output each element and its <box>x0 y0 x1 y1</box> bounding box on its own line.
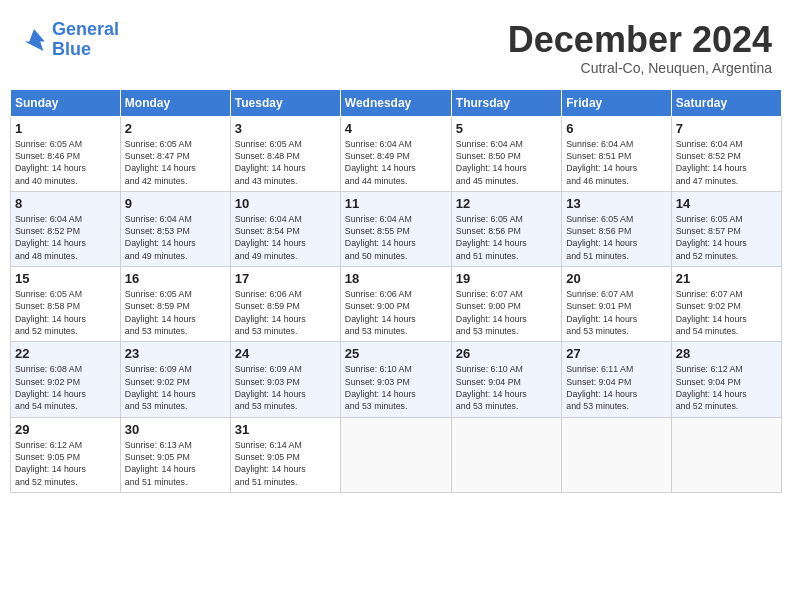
day-info: Sunrise: 6:14 AM Sunset: 9:05 PM Dayligh… <box>235 439 336 488</box>
day-number: 30 <box>125 422 226 437</box>
calendar-cell: 11Sunrise: 6:04 AM Sunset: 8:55 PM Dayli… <box>340 191 451 266</box>
day-info: Sunrise: 6:12 AM Sunset: 9:04 PM Dayligh… <box>676 363 777 412</box>
day-info: Sunrise: 6:04 AM Sunset: 8:51 PM Dayligh… <box>566 138 666 187</box>
day-number: 6 <box>566 121 666 136</box>
calendar-cell: 25Sunrise: 6:10 AM Sunset: 9:03 PM Dayli… <box>340 342 451 417</box>
day-number: 8 <box>15 196 116 211</box>
day-number: 20 <box>566 271 666 286</box>
calendar-cell: 21Sunrise: 6:07 AM Sunset: 9:02 PM Dayli… <box>671 267 781 342</box>
calendar-cell: 2Sunrise: 6:05 AM Sunset: 8:47 PM Daylig… <box>120 116 230 191</box>
day-number: 31 <box>235 422 336 437</box>
page-header: General Blue December 2024 Cutral-Co, Ne… <box>10 10 782 81</box>
calendar-cell: 4Sunrise: 6:04 AM Sunset: 8:49 PM Daylig… <box>340 116 451 191</box>
calendar-cell: 6Sunrise: 6:04 AM Sunset: 8:51 PM Daylig… <box>562 116 671 191</box>
day-info: Sunrise: 6:04 AM Sunset: 8:52 PM Dayligh… <box>15 213 116 262</box>
calendar-cell: 28Sunrise: 6:12 AM Sunset: 9:04 PM Dayli… <box>671 342 781 417</box>
calendar-cell: 23Sunrise: 6:09 AM Sunset: 9:02 PM Dayli… <box>120 342 230 417</box>
calendar-cell: 14Sunrise: 6:05 AM Sunset: 8:57 PM Dayli… <box>671 191 781 266</box>
calendar-cell: 24Sunrise: 6:09 AM Sunset: 9:03 PM Dayli… <box>230 342 340 417</box>
day-info: Sunrise: 6:05 AM Sunset: 8:56 PM Dayligh… <box>456 213 557 262</box>
day-number: 2 <box>125 121 226 136</box>
weekday-header-thursday: Thursday <box>451 89 561 116</box>
day-info: Sunrise: 6:10 AM Sunset: 9:03 PM Dayligh… <box>345 363 447 412</box>
title-block: December 2024 Cutral-Co, Neuquen, Argent… <box>508 20 772 76</box>
day-info: Sunrise: 6:07 AM Sunset: 9:01 PM Dayligh… <box>566 288 666 337</box>
day-info: Sunrise: 6:04 AM Sunset: 8:52 PM Dayligh… <box>676 138 777 187</box>
logo-text: General Blue <box>52 20 119 60</box>
day-info: Sunrise: 6:05 AM Sunset: 8:47 PM Dayligh… <box>125 138 226 187</box>
calendar-cell <box>340 417 451 492</box>
day-info: Sunrise: 6:05 AM Sunset: 8:58 PM Dayligh… <box>15 288 116 337</box>
day-number: 27 <box>566 346 666 361</box>
day-number: 26 <box>456 346 557 361</box>
calendar-cell: 15Sunrise: 6:05 AM Sunset: 8:58 PM Dayli… <box>11 267 121 342</box>
day-number: 3 <box>235 121 336 136</box>
weekday-header-friday: Friday <box>562 89 671 116</box>
day-info: Sunrise: 6:05 AM Sunset: 8:59 PM Dayligh… <box>125 288 226 337</box>
calendar-cell: 7Sunrise: 6:04 AM Sunset: 8:52 PM Daylig… <box>671 116 781 191</box>
calendar-row: 22Sunrise: 6:08 AM Sunset: 9:02 PM Dayli… <box>11 342 782 417</box>
day-info: Sunrise: 6:09 AM Sunset: 9:02 PM Dayligh… <box>125 363 226 412</box>
calendar-row: 15Sunrise: 6:05 AM Sunset: 8:58 PM Dayli… <box>11 267 782 342</box>
day-number: 4 <box>345 121 447 136</box>
calendar-cell: 22Sunrise: 6:08 AM Sunset: 9:02 PM Dayli… <box>11 342 121 417</box>
day-info: Sunrise: 6:06 AM Sunset: 9:00 PM Dayligh… <box>345 288 447 337</box>
calendar-cell: 10Sunrise: 6:04 AM Sunset: 8:54 PM Dayli… <box>230 191 340 266</box>
day-number: 12 <box>456 196 557 211</box>
weekday-header-sunday: Sunday <box>11 89 121 116</box>
logo-icon <box>20 26 48 54</box>
day-number: 24 <box>235 346 336 361</box>
day-number: 15 <box>15 271 116 286</box>
calendar-cell: 31Sunrise: 6:14 AM Sunset: 9:05 PM Dayli… <box>230 417 340 492</box>
day-number: 23 <box>125 346 226 361</box>
day-info: Sunrise: 6:10 AM Sunset: 9:04 PM Dayligh… <box>456 363 557 412</box>
day-info: Sunrise: 6:04 AM Sunset: 8:54 PM Dayligh… <box>235 213 336 262</box>
calendar-cell: 30Sunrise: 6:13 AM Sunset: 9:05 PM Dayli… <box>120 417 230 492</box>
calendar-cell: 29Sunrise: 6:12 AM Sunset: 9:05 PM Dayli… <box>11 417 121 492</box>
calendar-cell: 12Sunrise: 6:05 AM Sunset: 8:56 PM Dayli… <box>451 191 561 266</box>
day-info: Sunrise: 6:08 AM Sunset: 9:02 PM Dayligh… <box>15 363 116 412</box>
day-number: 7 <box>676 121 777 136</box>
calendar-body: 1Sunrise: 6:05 AM Sunset: 8:46 PM Daylig… <box>11 116 782 492</box>
calendar-cell: 8Sunrise: 6:04 AM Sunset: 8:52 PM Daylig… <box>11 191 121 266</box>
day-info: Sunrise: 6:12 AM Sunset: 9:05 PM Dayligh… <box>15 439 116 488</box>
weekday-header-wednesday: Wednesday <box>340 89 451 116</box>
day-info: Sunrise: 6:11 AM Sunset: 9:04 PM Dayligh… <box>566 363 666 412</box>
calendar-cell <box>671 417 781 492</box>
month-title: December 2024 <box>508 20 772 60</box>
day-info: Sunrise: 6:05 AM Sunset: 8:48 PM Dayligh… <box>235 138 336 187</box>
calendar-cell: 18Sunrise: 6:06 AM Sunset: 9:00 PM Dayli… <box>340 267 451 342</box>
day-number: 29 <box>15 422 116 437</box>
day-info: Sunrise: 6:05 AM Sunset: 8:57 PM Dayligh… <box>676 213 777 262</box>
calendar-cell: 26Sunrise: 6:10 AM Sunset: 9:04 PM Dayli… <box>451 342 561 417</box>
day-info: Sunrise: 6:07 AM Sunset: 9:00 PM Dayligh… <box>456 288 557 337</box>
calendar-cell: 1Sunrise: 6:05 AM Sunset: 8:46 PM Daylig… <box>11 116 121 191</box>
calendar-header-row: SundayMondayTuesdayWednesdayThursdayFrid… <box>11 89 782 116</box>
svg-marker-0 <box>25 29 45 51</box>
day-number: 16 <box>125 271 226 286</box>
logo: General Blue <box>20 20 119 60</box>
day-info: Sunrise: 6:09 AM Sunset: 9:03 PM Dayligh… <box>235 363 336 412</box>
day-number: 28 <box>676 346 777 361</box>
location-subtitle: Cutral-Co, Neuquen, Argentina <box>508 60 772 76</box>
day-number: 14 <box>676 196 777 211</box>
day-number: 13 <box>566 196 666 211</box>
calendar-row: 8Sunrise: 6:04 AM Sunset: 8:52 PM Daylig… <box>11 191 782 266</box>
day-info: Sunrise: 6:05 AM Sunset: 8:56 PM Dayligh… <box>566 213 666 262</box>
day-number: 22 <box>15 346 116 361</box>
day-number: 11 <box>345 196 447 211</box>
day-info: Sunrise: 6:13 AM Sunset: 9:05 PM Dayligh… <box>125 439 226 488</box>
calendar-cell: 16Sunrise: 6:05 AM Sunset: 8:59 PM Dayli… <box>120 267 230 342</box>
calendar-cell: 17Sunrise: 6:06 AM Sunset: 8:59 PM Dayli… <box>230 267 340 342</box>
day-info: Sunrise: 6:04 AM Sunset: 8:50 PM Dayligh… <box>456 138 557 187</box>
day-info: Sunrise: 6:04 AM Sunset: 8:53 PM Dayligh… <box>125 213 226 262</box>
calendar-cell <box>451 417 561 492</box>
day-number: 10 <box>235 196 336 211</box>
calendar-table: SundayMondayTuesdayWednesdayThursdayFrid… <box>10 89 782 493</box>
day-number: 18 <box>345 271 447 286</box>
calendar-cell: 20Sunrise: 6:07 AM Sunset: 9:01 PM Dayli… <box>562 267 671 342</box>
calendar-cell: 5Sunrise: 6:04 AM Sunset: 8:50 PM Daylig… <box>451 116 561 191</box>
calendar-cell: 9Sunrise: 6:04 AM Sunset: 8:53 PM Daylig… <box>120 191 230 266</box>
day-number: 21 <box>676 271 777 286</box>
weekday-header-saturday: Saturday <box>671 89 781 116</box>
